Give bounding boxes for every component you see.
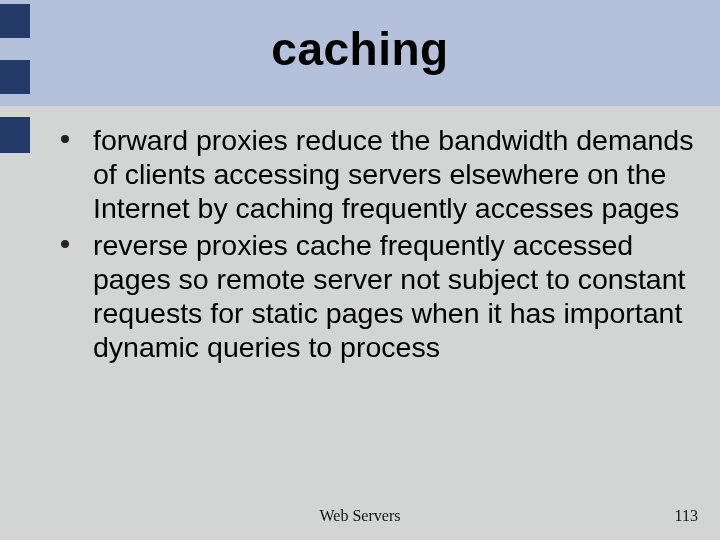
side-block-2 bbox=[0, 60, 30, 94]
body-text: forward proxies reduce the bandwidth dem… bbox=[55, 123, 695, 366]
side-block-3 bbox=[0, 117, 30, 153]
side-block-1 bbox=[0, 4, 30, 38]
page-number: 113 bbox=[675, 507, 698, 525]
footer-center: Web Servers bbox=[0, 507, 720, 525]
slide: caching forward proxies reduce the bandw… bbox=[0, 0, 720, 540]
bullet-item: forward proxies reduce the bandwidth dem… bbox=[55, 123, 695, 226]
bullet-item: reverse proxies cache frequently accesse… bbox=[55, 228, 695, 365]
slide-title: caching bbox=[0, 22, 720, 76]
